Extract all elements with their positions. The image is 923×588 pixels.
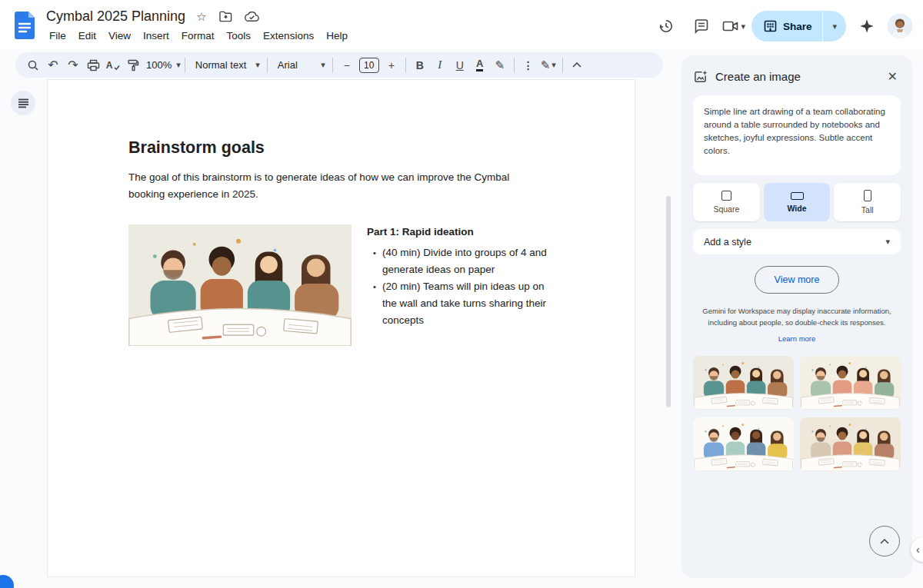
gemini-disclaimer: Gemini for Workspace may display inaccur… bbox=[693, 305, 901, 328]
document-outline-button[interactable] bbox=[11, 91, 35, 115]
aspect-square-button[interactable]: Square bbox=[693, 183, 760, 221]
text-color-button[interactable]: A bbox=[470, 55, 490, 75]
hide-menus-button[interactable] bbox=[567, 55, 587, 75]
font-size-increase[interactable]: + bbox=[382, 55, 402, 75]
learn-more-link[interactable]: Learn more bbox=[693, 334, 901, 343]
domain-share-icon bbox=[764, 20, 777, 32]
generated-image-thumbnail-3[interactable] bbox=[693, 417, 794, 471]
generated-image-thumbnail-4[interactable] bbox=[800, 417, 901, 471]
aspect-tall-button[interactable]: Tall bbox=[834, 183, 901, 221]
top-bar: Cymbal 2025 Planning ☆ File Edit View In… bbox=[0, 0, 923, 49]
account-avatar[interactable] bbox=[888, 14, 912, 38]
corner-accent bbox=[0, 575, 14, 588]
list-item: •(40 min) Divide into groups of 4 and ge… bbox=[367, 244, 551, 278]
panel-title: Create an image bbox=[715, 70, 885, 83]
menu-file[interactable]: File bbox=[43, 28, 72, 44]
scroll-to-top-button[interactable] bbox=[869, 526, 900, 556]
aspect-wide-button[interactable]: Wide bbox=[764, 183, 831, 221]
italic-button[interactable]: I bbox=[430, 55, 450, 75]
view-more-button[interactable]: View more bbox=[755, 266, 839, 294]
zoom-select[interactable]: 100% ▾ bbox=[143, 55, 181, 75]
list-item: •(20 min) Teams will pin ideas up on the… bbox=[367, 278, 551, 329]
print-button[interactable] bbox=[83, 55, 103, 75]
chevron-down-icon: ▾ bbox=[741, 22, 745, 31]
document-page[interactable]: Brainstorm goals The goal of this brains… bbox=[48, 80, 635, 576]
document-scrollbar[interactable] bbox=[666, 196, 671, 407]
more-options-button[interactable]: ⋮ bbox=[518, 55, 538, 75]
doc-bullet-list: •(40 min) Divide into groups of 4 and ge… bbox=[367, 244, 551, 329]
document-title[interactable]: Cymbal 2025 Planning bbox=[46, 8, 185, 25]
share-button-label: Share bbox=[783, 21, 812, 32]
doc-section-title: Part 1: Rapid ideation bbox=[367, 226, 551, 238]
menu-view[interactable]: View bbox=[102, 28, 137, 44]
inserted-team-illustration[interactable] bbox=[128, 224, 352, 346]
generated-images-grid bbox=[693, 356, 901, 471]
bold-button[interactable]: B bbox=[410, 55, 430, 75]
chevron-down-icon: ▾ bbox=[321, 61, 325, 69]
chevron-down-icon: ▾ bbox=[885, 238, 890, 246]
create-image-icon bbox=[693, 69, 708, 84]
generated-image-thumbnail-2[interactable] bbox=[800, 356, 901, 410]
editing-mode-select[interactable]: ✎ ▾ bbox=[538, 55, 558, 75]
wide-shape-icon bbox=[791, 192, 804, 200]
share-dropdown-caret[interactable]: ▾ bbox=[823, 22, 846, 31]
image-prompt-input[interactable]: Simple line art drawing of a team collab… bbox=[693, 95, 901, 175]
generated-image-thumbnail-1[interactable] bbox=[693, 356, 794, 410]
star-icon[interactable]: ☆ bbox=[196, 11, 206, 22]
meet-video-button[interactable]: ▾ bbox=[722, 19, 745, 33]
gemini-sparkle-icon[interactable] bbox=[852, 12, 881, 40]
font-size-input[interactable]: 10 bbox=[359, 58, 379, 73]
square-shape-icon bbox=[721, 191, 731, 201]
underline-button[interactable]: U bbox=[450, 55, 470, 75]
doc-heading: Brainstorm goals bbox=[128, 138, 265, 158]
chevron-down-icon: ▾ bbox=[551, 61, 556, 69]
menu-insert[interactable]: Insert bbox=[137, 28, 175, 44]
version-history-icon[interactable] bbox=[651, 12, 681, 40]
formatting-toolbar: ↶ ↷ A 100% ▾ Normal text ▾ Arial ▾ − 10 … bbox=[15, 52, 663, 78]
chevron-down-icon: ▾ bbox=[255, 61, 260, 69]
highlight-pen-button[interactable]: ✎ bbox=[490, 55, 510, 75]
video-camera-icon bbox=[722, 19, 739, 33]
close-panel-icon[interactable]: ✕ bbox=[885, 68, 901, 85]
aspect-ratio-group: Square Wide Tall bbox=[693, 183, 901, 221]
cloud-saved-icon[interactable] bbox=[245, 12, 259, 22]
menu-format[interactable]: Format bbox=[175, 28, 221, 44]
menu-extensions[interactable]: Extensions bbox=[257, 28, 320, 44]
add-style-dropdown[interactable]: Add a style ▾ bbox=[693, 229, 901, 254]
create-image-panel: Create an image ✕ Simple line art drawin… bbox=[681, 55, 912, 578]
comments-icon[interactable] bbox=[687, 12, 716, 40]
share-button[interactable]: Share ▾ bbox=[751, 11, 846, 42]
collapse-sidebar-button[interactable]: ‹ bbox=[911, 537, 923, 562]
undo-button[interactable]: ↶ bbox=[43, 55, 63, 75]
paragraph-style-select[interactable]: Normal text ▾ bbox=[189, 55, 263, 75]
docs-logo-icon[interactable] bbox=[13, 11, 36, 40]
move-folder-icon[interactable] bbox=[219, 11, 232, 22]
font-size-decrease[interactable]: − bbox=[337, 55, 357, 75]
redo-button[interactable]: ↷ bbox=[63, 55, 83, 75]
chevron-down-icon: ▾ bbox=[176, 61, 181, 69]
search-menus-icon[interactable] bbox=[23, 55, 43, 75]
menu-bar: File Edit View Insert Format Tools Exten… bbox=[43, 28, 354, 44]
spellcheck-button[interactable]: A bbox=[103, 55, 123, 75]
font-family-select[interactable]: Arial ▾ bbox=[272, 55, 328, 75]
paint-format-icon[interactable] bbox=[123, 55, 143, 75]
menu-tools[interactable]: Tools bbox=[221, 28, 258, 44]
google-docs-window: Cymbal 2025 Planning ☆ File Edit View In… bbox=[0, 0, 923, 588]
menu-edit[interactable]: Edit bbox=[72, 28, 102, 44]
menu-help[interactable]: Help bbox=[320, 28, 354, 44]
tall-shape-icon bbox=[864, 190, 871, 201]
doc-intro-paragraph: The goal of this brainstorm is to genera… bbox=[128, 169, 517, 203]
